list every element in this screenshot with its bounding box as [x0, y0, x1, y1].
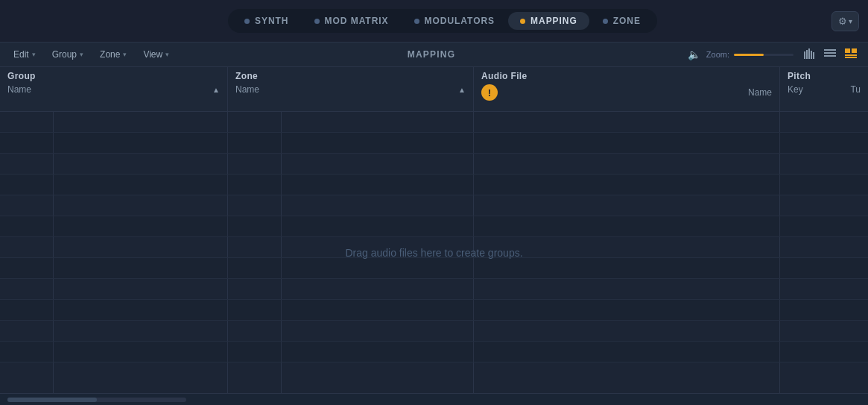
tab-label-mod-matrix: MOD MATRIX	[325, 16, 389, 26]
svg-rect-11	[845, 57, 857, 58]
svg-rect-6	[824, 52, 836, 54]
svg-rect-7	[824, 55, 836, 57]
group-col-title: Group	[0, 67, 227, 83]
tab-zone[interactable]: ZONE	[591, 12, 653, 30]
audio-col-subheader: ! Name	[474, 83, 779, 104]
list-view-button[interactable]	[820, 47, 840, 63]
group-caret: ▾	[80, 51, 83, 58]
nav-tabs: SYNTH MOD MATRIX MODULATORS MAPPING ZONE	[228, 9, 657, 33]
zoom-label: Zoom:	[706, 50, 729, 59]
scrollbar-thumb[interactable]	[7, 398, 97, 402]
group-name-label: Name	[7, 84, 31, 95]
toolbar-title: MAPPING	[180, 49, 683, 60]
table-header: Group Name ▲ Zone Name ▲ Audio File ! Na…	[0, 67, 868, 112]
svg-rect-5	[824, 49, 836, 51]
group-col-subheader[interactable]: Name ▲	[0, 83, 227, 98]
table-col-group	[0, 112, 228, 393]
edit-menu-button[interactable]: Edit ▾	[7, 47, 42, 62]
audio-col-title: Audio File	[474, 67, 779, 83]
main-content: Group Name ▲ Zone Name ▲ Audio File ! Na…	[0, 67, 868, 405]
pitch-key-label: Key	[788, 84, 803, 95]
toolbar: Edit ▾ Group ▾ Zone ▾ View ▾ MAPPING 🔈 Z…	[0, 42, 868, 67]
tab-modulators[interactable]: MODULATORS	[402, 12, 507, 30]
zone-sub-col1	[228, 112, 282, 393]
view-caret: ▾	[165, 51, 169, 58]
col-zone-header: Zone Name ▲	[228, 67, 474, 111]
view-label: View	[143, 49, 162, 60]
table-body: Drag audio files here to create groups.	[0, 112, 868, 393]
split-view-button[interactable]	[841, 47, 861, 63]
col-pitch-header: Pitch Key Tu	[780, 67, 868, 111]
horizontal-scrollbar[interactable]	[7, 398, 186, 402]
group-sub-col1	[0, 112, 54, 393]
toolbar-right: 🔈 Zoom:	[688, 47, 861, 63]
svg-rect-3	[811, 51, 812, 59]
warning-icon: !	[481, 84, 498, 101]
gear-button[interactable]: ⚙ ▾	[831, 11, 859, 31]
col-group-header: Group Name ▲	[0, 67, 228, 111]
edit-caret: ▾	[32, 51, 36, 58]
zone-caret: ▾	[123, 51, 127, 58]
pitch-col-subheader: Key Tu	[780, 83, 868, 98]
tab-synth[interactable]: SYNTH	[232, 12, 300, 30]
view-icons	[799, 47, 861, 63]
tab-label-modulators: MODULATORS	[425, 16, 495, 26]
top-nav: SYNTH MOD MATRIX MODULATORS MAPPING ZONE…	[0, 0, 868, 42]
tab-mapping[interactable]: MAPPING	[508, 12, 589, 30]
tab-dot-synth	[244, 19, 250, 24]
zoom-slider[interactable]	[734, 54, 793, 56]
svg-rect-9	[852, 48, 857, 53]
zone-col-subheader[interactable]: Name ▲	[228, 83, 473, 98]
svg-rect-2	[808, 48, 810, 59]
tab-label-synth: SYNTH	[255, 16, 288, 26]
svg-rect-1	[806, 50, 808, 59]
tab-label-zone: ZONE	[613, 16, 641, 26]
audio-name-label: Name	[748, 87, 772, 98]
svg-rect-0	[804, 51, 805, 59]
tab-mod-matrix[interactable]: MOD MATRIX	[302, 12, 401, 30]
zone-name-label: Name	[235, 84, 259, 95]
view-menu-button[interactable]: View ▾	[137, 47, 175, 62]
tab-dot-mapping	[520, 19, 525, 24]
table-col-zone	[228, 112, 474, 393]
bottom-scrollbar-bar	[0, 393, 868, 405]
tab-dot-zone	[603, 19, 608, 24]
gear-icon: ⚙	[838, 16, 847, 27]
col-audio-header: Audio File ! Name	[474, 67, 780, 111]
group-sort-arrow: ▲	[212, 86, 220, 94]
svg-rect-4	[813, 52, 814, 59]
pitch-col-title: Pitch	[780, 67, 868, 83]
table-col-audio[interactable]	[474, 112, 780, 393]
chevron-icon: ▾	[849, 17, 852, 25]
group-label: Group	[52, 49, 77, 60]
zoom-slider-fill	[734, 54, 764, 56]
pitch-tu-label: Tu	[850, 84, 861, 95]
zone-label: Zone	[100, 49, 120, 60]
tab-label-mapping: MAPPING	[530, 16, 577, 26]
svg-rect-8	[845, 48, 850, 53]
zone-sub-col2	[282, 112, 473, 393]
zoom-area: Zoom:	[706, 50, 793, 59]
speaker-button[interactable]: 🔈	[688, 48, 700, 60]
edit-label: Edit	[13, 49, 29, 60]
bar-chart-view-button[interactable]	[799, 47, 819, 63]
zone-menu-button[interactable]: Zone ▾	[94, 47, 133, 62]
zone-col-title: Zone	[228, 67, 473, 83]
zone-sort-arrow: ▲	[458, 86, 466, 94]
group-sub-col2	[54, 112, 227, 393]
tab-dot-mod-matrix	[314, 19, 320, 24]
tab-dot-modulators	[414, 19, 419, 24]
table-col-pitch	[780, 112, 868, 393]
group-menu-button[interactable]: Group ▾	[46, 47, 89, 62]
svg-rect-10	[845, 54, 857, 56]
